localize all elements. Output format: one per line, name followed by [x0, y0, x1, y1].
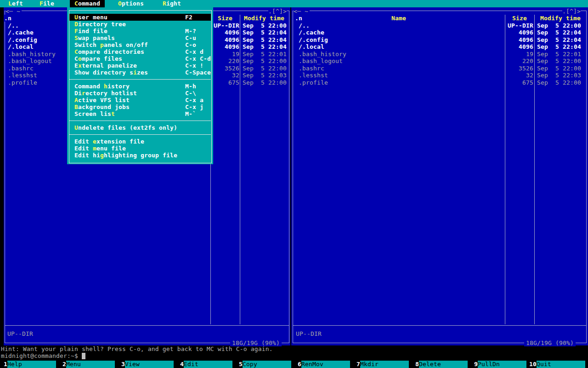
- file-mtime[interactable]: Sep 5 22:03: [243, 72, 287, 79]
- file-name[interactable]: /.config: [8, 36, 37, 43]
- file-size[interactable]: 19: [478, 51, 533, 58]
- file-mtime[interactable]: Sep 5 22:00: [243, 79, 287, 86]
- file-name[interactable]: .bash_logout: [8, 58, 52, 64]
- panel-nav-buttons[interactable]: .[^]>: [562, 8, 581, 15]
- file-mtime[interactable]: Sep 5 22:00: [243, 22, 287, 29]
- file-mtime[interactable]: Sep 5 22:00: [537, 65, 581, 72]
- file-mtime[interactable]: Sep 5 22:04: [243, 43, 287, 50]
- column-header-size[interactable]: Size: [218, 15, 232, 22]
- file-name[interactable]: .profile: [299, 79, 328, 86]
- menu-item-show-directory-sizes[interactable]: Show directory sizes: [74, 69, 148, 76]
- file-mtime[interactable]: Sep 5 22:04: [243, 29, 287, 36]
- menu-item-compare-files[interactable]: Compare files: [74, 55, 122, 62]
- menubar-item-right[interactable]: Right: [163, 0, 181, 7]
- fkey-number[interactable]: 2: [59, 361, 66, 368]
- file-mtime[interactable]: Sep 5 22:00: [243, 58, 287, 64]
- fkey-number[interactable]: 6: [294, 361, 301, 368]
- sort-indicator[interactable]: .n: [294, 15, 302, 22]
- fkey-label[interactable]: Mkdir: [360, 361, 379, 368]
- file-mtime[interactable]: Sep 5 22:04: [243, 36, 287, 43]
- file-mtime[interactable]: Sep 5 22:00: [537, 79, 581, 86]
- menu-item-edit-extension-file[interactable]: Edit extension file: [74, 138, 144, 145]
- menu-item-background-jobs[interactable]: Background jobs: [74, 104, 130, 110]
- fkey-number[interactable]: 1: [0, 361, 7, 368]
- terminal-cursor[interactable]: [82, 353, 85, 359]
- file-mtime[interactable]: Sep 5 22:01: [537, 51, 581, 58]
- file-size[interactable]: 4096: [478, 43, 533, 50]
- menubar-item-options[interactable]: Options: [118, 0, 144, 7]
- file-name[interactable]: /.cache: [8, 29, 34, 36]
- file-name[interactable]: .bashrc: [8, 65, 34, 72]
- menu-item-active-vfs-list[interactable]: Active VFS list: [74, 97, 130, 104]
- file-size[interactable]: UP--DIR: [478, 22, 533, 29]
- menu-item-directory-tree[interactable]: Directory tree: [74, 21, 126, 28]
- menu-item-edit-highlighting-group-file[interactable]: Edit highlighting group file: [74, 152, 177, 159]
- fkey-number[interactable]: 9: [470, 361, 478, 368]
- file-name[interactable]: .lesshst: [8, 72, 37, 79]
- shell-prompt[interactable]: midnight@commander:~$: [1, 352, 78, 359]
- file-size[interactable]: 3526: [478, 65, 533, 72]
- file-mtime[interactable]: Sep 5 22:01: [243, 51, 287, 58]
- menu-item-screen-list[interactable]: Screen list: [74, 110, 115, 117]
- file-size[interactable]: 32: [478, 72, 533, 79]
- file-size[interactable]: 220: [478, 58, 533, 64]
- file-size[interactable]: 4096: [478, 36, 533, 43]
- file-name[interactable]: /.cache: [299, 29, 324, 36]
- fkey-label[interactable]: RenMov: [301, 361, 323, 368]
- fkey-number[interactable]: 7: [353, 361, 360, 368]
- file-name[interactable]: .bash_history: [8, 51, 56, 58]
- file-name[interactable]: /.local: [8, 43, 34, 50]
- file-mtime[interactable]: Sep 5 22:04: [537, 43, 581, 50]
- file-name[interactable]: /.config: [299, 36, 328, 43]
- fkey-number[interactable]: 3: [118, 361, 125, 368]
- menu-item-compare-directories[interactable]: Compare directories: [74, 48, 144, 55]
- fkey-label[interactable]: Edit: [184, 361, 198, 368]
- sort-indicator[interactable]: .n: [4, 15, 11, 22]
- file-name[interactable]: /..: [299, 22, 310, 29]
- menubar-item-left[interactable]: Left: [8, 0, 23, 7]
- file-mtime[interactable]: Sep 5 22:00: [537, 58, 581, 64]
- history-back-button[interactable]: <─ ~: [6, 8, 22, 15]
- fkey-label[interactable]: Copy: [243, 361, 257, 368]
- fkey-number[interactable]: 4: [176, 361, 184, 368]
- file-name[interactable]: .bash_logout: [299, 58, 343, 64]
- fkey-label[interactable]: Quit: [537, 361, 551, 368]
- file-name[interactable]: .profile: [8, 79, 37, 86]
- menu-item-directory-hotlist[interactable]: Directory hotlist: [74, 90, 137, 97]
- history-back-button[interactable]: <─ ~: [294, 8, 310, 15]
- column-header-name[interactable]: Name: [391, 15, 406, 22]
- menubar-item-command[interactable]: Command: [70, 0, 105, 7]
- column-header-mtime[interactable]: Modify time: [244, 15, 284, 22]
- file-mtime[interactable]: Sep 5 22:04: [537, 36, 581, 43]
- fkey-number[interactable]: 10: [529, 361, 537, 368]
- file-size[interactable]: 4096: [478, 29, 533, 36]
- file-name[interactable]: /..: [8, 22, 19, 29]
- menu-item-command-history[interactable]: Command history: [74, 83, 130, 90]
- panel-nav-buttons[interactable]: .[^]>: [268, 8, 287, 15]
- menu-item-find-file[interactable]: Find file: [74, 28, 107, 34]
- file-name[interactable]: .bashrc: [299, 65, 324, 72]
- menu-item-swap-panels[interactable]: Swap panels: [74, 34, 115, 41]
- fkey-label[interactable]: Menu: [66, 361, 81, 368]
- fkey-number[interactable]: 5: [235, 361, 243, 368]
- menubar-item-file[interactable]: File: [40, 0, 54, 7]
- file-mtime[interactable]: Sep 5 22:00: [243, 65, 287, 72]
- menu-item-user-menu[interactable]: User menu: [74, 14, 107, 21]
- fkey-label[interactable]: View: [125, 361, 140, 368]
- fkey-label[interactable]: Delete: [419, 361, 441, 368]
- column-header-size[interactable]: Size: [512, 15, 527, 22]
- file-size[interactable]: 675: [478, 79, 533, 86]
- menu-item-switch-panels-on-off[interactable]: Switch panels on/off: [74, 41, 148, 48]
- menu-item-external-panelize[interactable]: External panelize: [74, 62, 137, 69]
- menu-item-edit-menu-file[interactable]: Edit menu file: [74, 145, 126, 152]
- fkey-number[interactable]: 8: [412, 361, 419, 368]
- file-mtime[interactable]: Sep 5 22:00: [537, 22, 581, 29]
- file-name[interactable]: .bash_history: [299, 51, 346, 58]
- fkey-label[interactable]: PullDn: [478, 361, 500, 368]
- column-header-mtime[interactable]: Modify time: [540, 15, 581, 22]
- file-name[interactable]: .lesshst: [299, 72, 328, 79]
- fkey-label[interactable]: Help: [7, 361, 22, 368]
- file-name[interactable]: /.local: [299, 43, 324, 50]
- file-mtime[interactable]: Sep 5 22:03: [537, 72, 581, 79]
- file-mtime[interactable]: Sep 5 22:04: [537, 29, 581, 36]
